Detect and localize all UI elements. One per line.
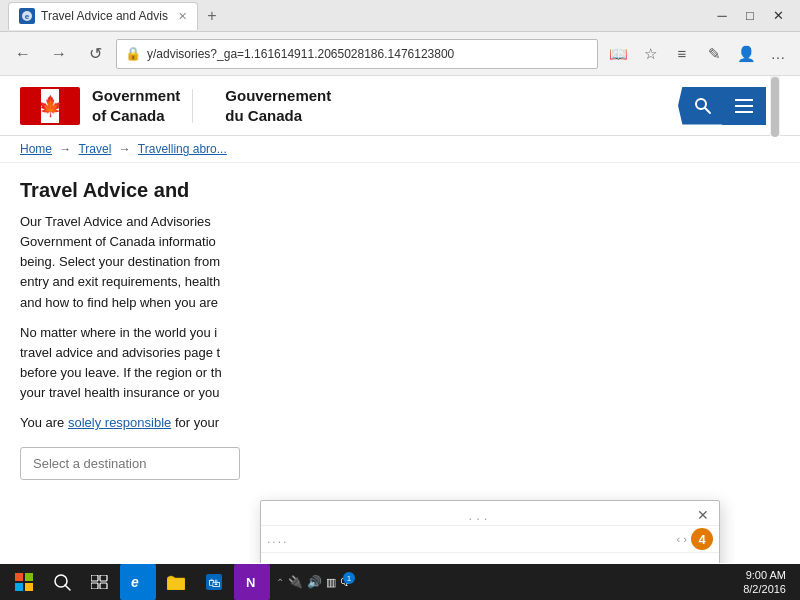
lock-icon: 🔒 xyxy=(125,46,141,61)
battery-icon: ▥ xyxy=(326,576,336,589)
share-popup: ... ✕ .... ‹ › 4 3 Include link to Canad… xyxy=(260,500,720,563)
popup-header: ... ✕ xyxy=(261,501,719,526)
url-text: y/advisories?_ga=1.161614911.2065028186.… xyxy=(147,47,454,61)
tab-close[interactable]: ✕ xyxy=(178,10,187,23)
breadcrumb-home[interactable]: Home xyxy=(20,142,52,156)
para2-text: No matter where in the world you i trave… xyxy=(20,325,222,400)
svg-rect-19 xyxy=(100,575,107,581)
popup-subheader: .... ‹ › 4 xyxy=(261,526,719,553)
breadcrumb-travel[interactable]: Travel xyxy=(78,142,111,156)
start-button[interactable] xyxy=(6,564,42,600)
address-icons: 📖 ☆ ≡ ✎ 👤 … xyxy=(604,40,792,68)
task-view-button[interactable] xyxy=(82,564,118,600)
svg-rect-12 xyxy=(15,573,23,581)
favorites-icon[interactable]: ☆ xyxy=(636,40,664,68)
breadcrumb-sep2: → xyxy=(119,142,131,156)
svg-rect-10 xyxy=(735,105,753,107)
header-search xyxy=(678,87,766,125)
svg-rect-23 xyxy=(167,578,185,590)
window-controls: ─ □ ✕ xyxy=(708,2,792,30)
web-notes-icon[interactable]: ✎ xyxy=(700,40,728,68)
destination-wrapper xyxy=(20,443,780,480)
svg-line-17 xyxy=(65,585,70,590)
destination-input[interactable] xyxy=(20,447,240,480)
profile-icon[interactable]: 👤 xyxy=(732,40,760,68)
refresh-button[interactable]: ↺ xyxy=(80,39,110,69)
gov-canada-title: Government of Canada xyxy=(92,86,180,125)
browser-tab[interactable]: e Travel Advice and Advis ✕ xyxy=(8,2,198,30)
page-body-3: You are solely responsible for your xyxy=(20,413,780,433)
time-display: 9:00 AM xyxy=(743,568,786,582)
close-button[interactable]: ✕ xyxy=(764,2,792,30)
svg-rect-13 xyxy=(25,573,33,581)
scrollbar-thumb[interactable] xyxy=(771,77,779,137)
reader-view-icon[interactable]: 📖 xyxy=(604,40,632,68)
main-content: Travel Advice and Our Travel Advice and … xyxy=(0,163,800,563)
scrollbar[interactable] xyxy=(770,76,780,136)
system-icons: ⌃ 🔌 🔊 ▥ 🗨 1 xyxy=(272,575,355,589)
svg-rect-21 xyxy=(100,583,107,589)
svg-text:🍁: 🍁 xyxy=(38,94,63,118)
popup-body: 3 Include link to Canada's travel adviso… xyxy=(261,553,719,563)
popup-dots-mid: .... xyxy=(267,532,677,546)
para3-start: You are xyxy=(20,415,68,430)
new-tab-button[interactable]: + xyxy=(198,2,226,30)
popup-close-button[interactable]: ✕ xyxy=(693,505,713,525)
header-divider xyxy=(192,89,193,123)
svg-rect-14 xyxy=(15,583,23,591)
taskbar: e 🛍 N ⌃ 🔌 🔊 ▥ 🗨 1 9:00 AM 8/2/2016 xyxy=(0,564,800,600)
tab-favicon: e xyxy=(19,8,35,24)
breadcrumb: Home → Travel → Travelling abro... xyxy=(0,136,800,163)
popup-code-icon: ‹ › xyxy=(677,533,687,545)
para1-text: Our Travel Advice and Advisories Governm… xyxy=(20,214,220,310)
svg-text:e: e xyxy=(131,574,139,590)
search-button[interactable] xyxy=(44,564,80,600)
notification-badge: 1 xyxy=(343,572,355,584)
popup-badge-4: 4 xyxy=(691,528,713,550)
para3-end: for your xyxy=(171,415,219,430)
edge-button[interactable]: e xyxy=(120,564,156,600)
forward-button[interactable]: → xyxy=(44,39,74,69)
site-menu-button[interactable] xyxy=(722,87,766,125)
canada-flag: 🍁 xyxy=(20,87,80,125)
svg-rect-18 xyxy=(91,575,98,581)
network-icon: 🔌 xyxy=(288,575,303,589)
site-search-button[interactable] xyxy=(678,87,722,125)
page-body-2: No matter where in the world you i trave… xyxy=(20,323,780,404)
title-bar: e Travel Advice and Advis ✕ + ─ □ ✕ xyxy=(0,0,800,32)
breadcrumb-sep1: → xyxy=(59,142,71,156)
page-body-1: Our Travel Advice and Advisories Governm… xyxy=(20,212,780,313)
minimize-button[interactable]: ─ xyxy=(708,2,736,30)
tab-title: Travel Advice and Advis xyxy=(41,9,168,23)
popup-dots-top: ... xyxy=(267,508,693,523)
back-button[interactable]: ← xyxy=(8,39,38,69)
svg-text:🛍: 🛍 xyxy=(208,576,220,590)
explorer-button[interactable] xyxy=(158,564,194,600)
solely-responsible-link[interactable]: solely responsible xyxy=(68,415,171,430)
hub-icon[interactable]: ≡ xyxy=(668,40,696,68)
svg-rect-20 xyxy=(91,583,98,589)
breadcrumb-travelling-abroad[interactable]: Travelling abro... xyxy=(138,142,227,156)
onenote-button[interactable]: N xyxy=(234,564,270,600)
url-input[interactable]: 🔒 y/advisories?_ga=1.161614911.206502818… xyxy=(116,39,598,69)
svg-rect-11 xyxy=(735,111,753,113)
volume-icon: 🔊 xyxy=(307,575,322,589)
svg-line-8 xyxy=(705,108,710,113)
store-button[interactable]: 🛍 xyxy=(196,564,232,600)
more-icon[interactable]: … xyxy=(764,40,792,68)
svg-text:e: e xyxy=(25,12,30,21)
hidden-icons[interactable]: ⌃ xyxy=(276,577,284,588)
svg-rect-15 xyxy=(25,583,33,591)
svg-rect-9 xyxy=(735,99,753,101)
gov-canada-fr-title: Gouvernement du Canada xyxy=(225,86,331,125)
date-display: 8/2/2016 xyxy=(743,582,786,596)
site-header: 🍁 Government of Canada Gouvernement du C… xyxy=(0,76,800,136)
system-time: 9:00 AM 8/2/2016 xyxy=(743,568,794,597)
svg-text:N: N xyxy=(246,575,255,590)
address-bar: ← → ↺ 🔒 y/advisories?_ga=1.161614911.206… xyxy=(0,32,800,76)
maximize-button[interactable]: □ xyxy=(736,2,764,30)
search-menu-wrap xyxy=(678,87,766,125)
action-center-icon[interactable]: 🗨 1 xyxy=(340,576,351,588)
page-title: Travel Advice and xyxy=(20,179,780,202)
